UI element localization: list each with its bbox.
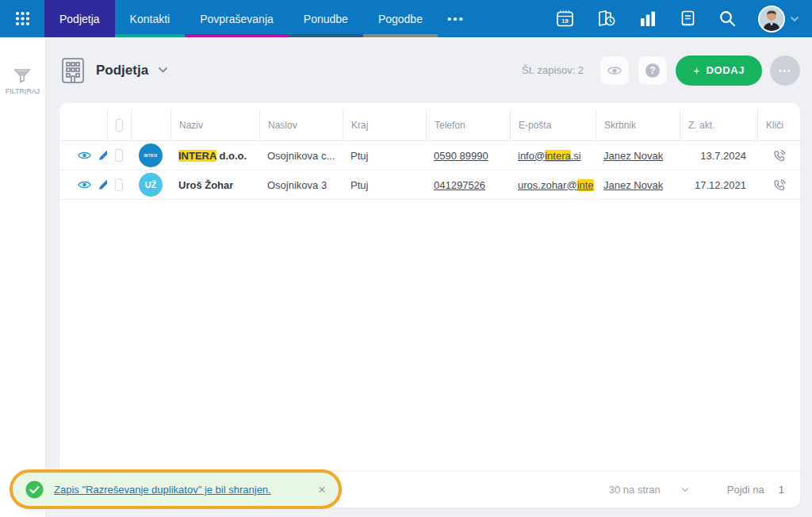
preview-eye-button[interactable]	[599, 56, 630, 86]
col-kraj[interactable]: Kraj	[343, 109, 426, 141]
col-zakt[interactable]: Z. akt.	[680, 109, 757, 141]
edit-record-icon[interactable]	[98, 179, 107, 190]
col-naslov[interactable]: Naslov	[259, 109, 343, 141]
edit-record-icon[interactable]	[98, 150, 107, 161]
top-navigation: Podjetja Kontakti Povpraševanja Ponudbe …	[0, 0, 812, 37]
chevron-down-icon	[681, 487, 689, 492]
select-all-checkbox[interactable]	[116, 119, 123, 132]
cell-naslov: Osojnikova c...	[259, 141, 343, 170]
per-page-select[interactable]: 30 na stran	[609, 484, 689, 496]
tab-kontakti[interactable]: Kontakti	[115, 0, 186, 37]
col-klici[interactable]: Kliči	[757, 109, 800, 141]
chevron-down-icon	[158, 67, 168, 74]
eye-icon	[607, 65, 622, 76]
chevron-down-icon	[790, 16, 799, 22]
row-avatar[interactable]: UŽ	[139, 173, 163, 197]
call-icon[interactable]	[772, 149, 786, 163]
bar-chart-icon[interactable]	[638, 10, 657, 29]
help-button[interactable]: ?	[638, 56, 668, 86]
add-record-button[interactable]: + DODAJ	[676, 56, 762, 86]
row-checkbox[interactable]	[115, 149, 123, 162]
document-icon[interactable]	[679, 10, 697, 28]
record-count: Št. zapisov: 2	[522, 64, 584, 76]
filter-button[interactable]: FILTRIRAJ	[6, 69, 40, 95]
module-tabs: Podjetja Kontakti Povpraševanja Ponudbe …	[44, 0, 474, 37]
view-record-icon[interactable]	[78, 180, 91, 190]
col-telefon[interactable]: Telefon	[426, 109, 510, 141]
cell-naziv[interactable]: Uroš Žohar	[178, 179, 233, 191]
page-title: Podjetja	[96, 63, 148, 79]
cell-kraj: Ptuj	[343, 170, 426, 200]
save-notification: Zapis "Razreševanje duplikatov" je bil s…	[10, 469, 342, 509]
col-actions	[59, 109, 107, 141]
svg-text:19: 19	[561, 17, 568, 25]
apps-grid-icon[interactable]	[0, 0, 44, 37]
col-naziv[interactable]: Naziv	[170, 109, 259, 141]
success-check-icon	[25, 481, 44, 499]
close-icon[interactable]: ×	[318, 483, 326, 496]
email-link[interactable]: uros.zohar@inte	[518, 179, 594, 191]
cell-naslov: Osojnikova 3	[259, 170, 343, 200]
records-card: Naziv Naslov Kraj Telefon E-pošta Skrbni…	[59, 103, 800, 507]
filter-label: FILTRIRAJ	[6, 87, 40, 95]
notification-link[interactable]: Zapis "Razreševanje duplikatov" je bil s…	[54, 484, 271, 496]
tab-ponudbe[interactable]: Ponudbe	[289, 0, 363, 37]
app-window: Podjetja Kontakti Povpraševanja Ponudbe …	[0, 0, 812, 517]
view-record-icon[interactable]	[78, 151, 91, 160]
calendar-icon[interactable]: 19	[555, 9, 575, 29]
tab-underline	[363, 34, 438, 37]
phone-link[interactable]: 0590 89990	[434, 150, 488, 162]
col-select	[107, 109, 131, 141]
cell-kraj: Ptuj	[343, 141, 426, 170]
more-tabs-button[interactable]: •••	[438, 0, 474, 37]
funnel-icon	[13, 69, 31, 83]
phone-link[interactable]: 041297526	[434, 179, 485, 191]
user-avatar	[758, 6, 785, 33]
col-eposta[interactable]: E-pošta	[510, 109, 596, 141]
nav-right-icons: 19	[555, 0, 812, 37]
table-header: Naziv Naslov Kraj Telefon E-pošta Skrbni…	[59, 109, 800, 141]
tab-pogodbe[interactable]: Pogodbe	[363, 0, 438, 37]
goto-label: Pojdi na	[727, 484, 764, 496]
plus-icon: +	[693, 63, 700, 77]
page-number-input[interactable]: 1	[779, 484, 784, 496]
owner-link[interactable]: Janez Novak	[603, 150, 663, 162]
question-icon: ?	[645, 63, 661, 79]
col-skrbnik[interactable]: Skrbnik	[596, 109, 680, 141]
user-menu[interactable]	[758, 6, 799, 33]
tab-underline	[289, 34, 363, 37]
email-link[interactable]: info@intera.si	[518, 150, 581, 162]
view-selector[interactable]: Podjetja	[59, 56, 168, 85]
svg-text:?: ?	[649, 65, 655, 76]
cell-last-activity: 13.7.2024	[680, 141, 757, 170]
table-row: INTRIX INTERA d.o.o. Osojnikova c... Ptu…	[59, 141, 800, 170]
call-icon[interactable]	[772, 178, 786, 192]
tab-underline	[185, 34, 289, 37]
tab-underline	[115, 34, 186, 37]
owner-link[interactable]: Janez Novak	[603, 179, 663, 191]
row-avatar[interactable]: INTRIX	[139, 144, 163, 167]
row-checkbox[interactable]	[115, 178, 123, 191]
activities-clock-icon[interactable]	[596, 9, 617, 29]
filter-sidebar: FILTRIRAJ	[0, 37, 46, 517]
cell-naziv[interactable]: INTERA d.o.o.	[178, 150, 247, 162]
more-actions-button[interactable]: •••	[770, 56, 800, 86]
page-header: Podjetja Št. zapisov: 2	[59, 37, 800, 103]
tab-povprasevanja[interactable]: Povpraševanja	[185, 0, 289, 37]
search-icon[interactable]	[718, 10, 737, 28]
col-avatar	[131, 109, 170, 141]
table-row: UŽ Uroš Žohar Osojnikova 3 Ptuj 04129752…	[59, 170, 800, 200]
cell-last-activity: 17.12.2021	[680, 170, 757, 200]
tab-podjetja[interactable]: Podjetja	[44, 0, 115, 37]
company-building-icon	[59, 56, 86, 85]
